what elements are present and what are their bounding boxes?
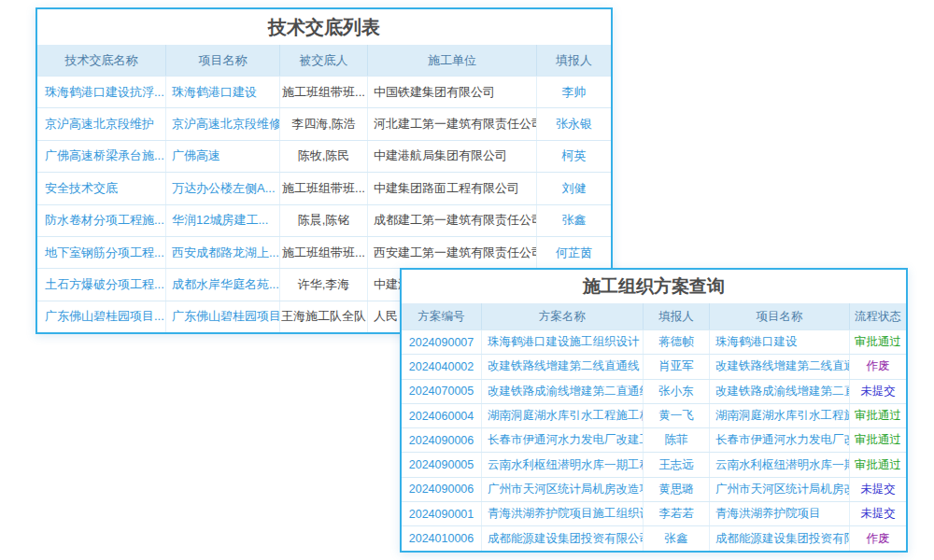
- table-cell: 陈晨,陈铭: [280, 205, 368, 236]
- cell-link[interactable]: 刘健: [537, 173, 611, 203]
- cell-link[interactable]: 珠海鹤港口建设: [166, 77, 280, 107]
- cell-link[interactable]: 万达办公楼左侧A...: [166, 173, 280, 203]
- column-header: 填报人: [644, 303, 710, 329]
- cell-link[interactable]: 长春市伊通河水力发电厂改建工程: [482, 428, 644, 452]
- cell-link[interactable]: 云南水利枢纽潜明水库一期工: [710, 453, 850, 476]
- construction-plan-query-panel: 施工组织方案查询 方案编号方案名称填报人项目名称流程状态 2024090007珠…: [400, 268, 908, 553]
- table-cell: 审批通过: [850, 428, 906, 452]
- table-row: 2024090007珠海鹤港口建设施工组织设计蒋德帧珠海鹤港口建设审批通过: [402, 329, 906, 354]
- table-row: 2024060004湖南洞庭湖水库引水工程施工标黄一飞湖南洞庭湖水库引水工程施工…: [402, 403, 906, 427]
- cell-link[interactable]: 京沪高速北京段维护: [37, 108, 166, 139]
- table-row: 广佛高速桥梁承台施...广佛高速陈牧,陈民中建港航局集团有限公司柯英: [37, 140, 611, 172]
- table-row: 2024040002改建铁路线增建第二线直通线（肖亚军改建铁路线增建第二线直通线…: [402, 354, 906, 378]
- page: 技术交底列表 技术交底名称项目名称被交底人施工单位填报人 珠海鹤港口建设抗浮..…: [0, 0, 934, 560]
- table-cell: 施工班组带班...: [280, 237, 368, 268]
- table-row: 2024090006长春市伊通河水力发电厂改建工程陈菲长春市伊通河水力发电厂改建…: [402, 427, 906, 452]
- table-cell: 王海施工队全队: [280, 301, 368, 332]
- cell-link[interactable]: 王志远: [644, 453, 710, 476]
- table-cell: 施工班组带班...: [280, 77, 368, 107]
- table-row: 2024090006广州市天河区统计局机房改造项目黄思璐广州市天河区统计局机房改…: [402, 477, 906, 501]
- cell-link[interactable]: 广东佛山碧桂园项目: [166, 301, 280, 332]
- table-cell: 李四海,陈浩: [280, 108, 368, 139]
- column-header: 施工单位: [368, 45, 537, 76]
- cell-link[interactable]: 珠海鹤港口建设施工组织设计: [482, 330, 644, 354]
- cell-link[interactable]: 成都水岸华庭名苑...: [166, 269, 280, 300]
- cell-link[interactable]: 华润12城房建工...: [166, 205, 280, 236]
- cell-link[interactable]: 2024090001: [402, 502, 482, 525]
- cell-link[interactable]: 长春市伊通河水力发电厂改建: [710, 428, 850, 452]
- table-row: 安全技术交底万达办公楼左侧A...施工班组带班...中建集团路面工程有限公司刘健: [37, 172, 611, 203]
- table-row: 2024070005改建铁路成渝线增建第二直通线张小东改建铁路成渝线增建第二直通…: [402, 379, 906, 403]
- cell-link[interactable]: 云南水利枢纽潜明水库一期工程: [482, 453, 644, 476]
- cell-link[interactable]: 京沪高速北京段维修: [166, 108, 280, 139]
- cell-link[interactable]: 改建铁路线增建第二线直通线（: [482, 355, 644, 378]
- cell-link[interactable]: 肖亚军: [644, 355, 710, 378]
- cell-link[interactable]: 广州市天河区统计局机房改造项目: [482, 478, 644, 501]
- cell-link[interactable]: 2024090007: [402, 330, 482, 354]
- table-cell: 施工班组带班...: [280, 173, 368, 203]
- table-cell: 作废: [850, 526, 906, 550]
- cell-link[interactable]: 珠海鹤港口建设抗浮...: [37, 77, 166, 107]
- column-header: 方案编号: [402, 303, 482, 329]
- cell-link[interactable]: 陈菲: [644, 428, 710, 452]
- table-body: 2024090007珠海鹤港口建设施工组织设计蒋德帧珠海鹤港口建设审批通过202…: [402, 329, 906, 551]
- table-cell: 河北建工第一建筑有限责任公司: [368, 108, 537, 139]
- table-cell: 西安建工第一建筑有限责任公司: [368, 237, 537, 268]
- table-cell: 未提交: [850, 502, 906, 525]
- cell-link[interactable]: 蒋德帧: [644, 330, 710, 354]
- column-header: 技术交底名称: [37, 45, 166, 76]
- table-row: 2024090005云南水利枢纽潜明水库一期工程王志远云南水利枢纽潜明水库一期工…: [402, 452, 906, 476]
- cell-link[interactable]: 2024010006: [402, 526, 482, 550]
- cell-link[interactable]: 何芷茵: [537, 237, 611, 268]
- cell-link[interactable]: 地下室钢筋分项工程...: [37, 237, 166, 268]
- table-cell: 未提交: [850, 478, 906, 501]
- cell-link[interactable]: 防水卷材分项工程施...: [37, 205, 166, 236]
- cell-link[interactable]: 2024090005: [402, 453, 482, 476]
- table-cell: 审批通过: [850, 453, 906, 476]
- cell-link[interactable]: 青海洪湖养护院项目: [710, 502, 850, 525]
- cell-link[interactable]: 张鑫: [644, 526, 710, 550]
- table-cell: 中国铁建集团有限公司: [368, 77, 537, 107]
- cell-link[interactable]: 2024090006: [402, 428, 482, 452]
- cell-link[interactable]: 张鑫: [537, 205, 611, 236]
- table-cell: 审批通过: [850, 330, 906, 354]
- cell-link[interactable]: 湖南洞庭湖水库引水工程施工标: [482, 404, 644, 427]
- cell-link[interactable]: 2024090006: [402, 478, 482, 501]
- table-header-row: 方案编号方案名称填报人项目名称流程状态: [402, 303, 906, 329]
- cell-link[interactable]: 广佛高速: [166, 141, 280, 172]
- cell-link[interactable]: 改建铁路成渝线增建第二直通线: [482, 380, 644, 403]
- cell-link[interactable]: 黄一飞: [644, 404, 710, 427]
- cell-link[interactable]: 2024070005: [402, 380, 482, 403]
- cell-link[interactable]: 湖南洞庭湖水库引水工程施工: [710, 404, 850, 427]
- cell-link[interactable]: 2024040002: [402, 355, 482, 378]
- cell-link[interactable]: 张永银: [537, 108, 611, 139]
- cell-link[interactable]: 改建铁路成渝线增建第二直通线: [710, 380, 850, 403]
- cell-link[interactable]: 李若若: [644, 502, 710, 525]
- table-row: 2024010006成都能源建设集团投资有限公司张鑫成都能源建设集团投资有限公作…: [402, 525, 906, 550]
- table-cell: 许华,李海: [280, 269, 368, 300]
- cell-link[interactable]: 安全技术交底: [37, 173, 166, 203]
- cell-link[interactable]: 黄思璐: [644, 478, 710, 501]
- cell-link[interactable]: 广东佛山碧桂园项目...: [37, 301, 166, 332]
- cell-link[interactable]: 改建铁路线增建第二线直通线: [710, 355, 850, 378]
- cell-link[interactable]: 广州市天河区统计局机房改造: [710, 478, 850, 501]
- column-header: 方案名称: [482, 303, 644, 329]
- cell-link[interactable]: 2024060004: [402, 404, 482, 427]
- cell-link[interactable]: 李帅: [537, 77, 611, 107]
- cell-link[interactable]: 成都能源建设集团投资有限公: [710, 526, 850, 550]
- cell-link[interactable]: 广佛高速桥梁承台施...: [37, 141, 166, 172]
- cell-link[interactable]: 珠海鹤港口建设: [710, 330, 850, 354]
- column-header: 项目名称: [166, 45, 280, 76]
- column-header: 被交底人: [280, 45, 368, 76]
- table-cell: 陈牧,陈民: [280, 141, 368, 172]
- cell-link[interactable]: 柯英: [537, 141, 611, 172]
- panel-title: 施工组织方案查询: [402, 270, 906, 303]
- cell-link[interactable]: 西安成都路龙湖上...: [166, 237, 280, 268]
- cell-link[interactable]: 成都能源建设集团投资有限公司: [482, 526, 644, 550]
- cell-link[interactable]: 张小东: [644, 380, 710, 403]
- cell-link[interactable]: 青海洪湖养护院项目施工组织设计: [482, 502, 644, 525]
- cell-link[interactable]: 土石方爆破分项工程...: [37, 269, 166, 300]
- table-row: 珠海鹤港口建设抗浮...珠海鹤港口建设施工班组带班...中国铁建集团有限公司李帅: [37, 76, 611, 107]
- column-header: 流程状态: [850, 303, 906, 329]
- panel-title: 技术交底列表: [37, 9, 611, 45]
